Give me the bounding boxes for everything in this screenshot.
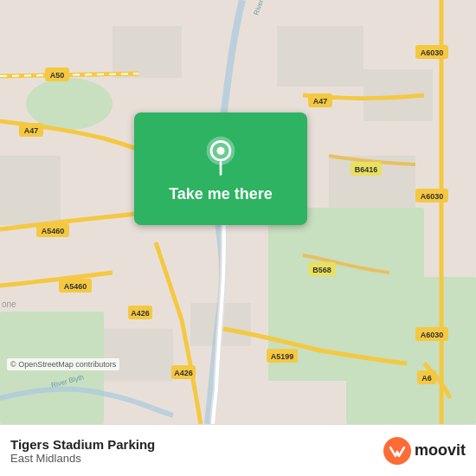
svg-rect-5 xyxy=(113,26,182,78)
svg-text:B568: B568 xyxy=(312,266,331,274)
take-me-there-button[interactable]: Take me there xyxy=(134,113,307,225)
location-name: Tigers Stadium Parking xyxy=(10,437,155,452)
svg-text:A6030: A6030 xyxy=(421,331,444,339)
svg-text:A47: A47 xyxy=(24,126,39,135)
moovit-icon xyxy=(383,437,411,465)
svg-text:A6: A6 xyxy=(421,374,432,383)
svg-text:A426: A426 xyxy=(174,369,193,377)
bottom-bar: Tigers Stadium Parking East Midlands moo… xyxy=(0,424,476,476)
moovit-logo: moovit xyxy=(383,437,466,465)
svg-text:one: one xyxy=(2,299,16,309)
svg-rect-6 xyxy=(277,26,363,87)
button-label: Take me there xyxy=(169,185,273,203)
svg-text:B6416: B6416 xyxy=(355,165,378,174)
svg-rect-10 xyxy=(104,329,173,381)
svg-text:A50: A50 xyxy=(50,71,65,80)
location-info: Tigers Stadium Parking East Midlands xyxy=(10,437,155,465)
location-pin-icon xyxy=(199,135,242,178)
svg-text:A5460: A5460 xyxy=(64,282,87,291)
svg-rect-8 xyxy=(0,156,61,225)
svg-text:A5460: A5460 xyxy=(42,227,65,235)
location-region: East Midlands xyxy=(10,452,155,465)
map-container: A50 A47 A47 A5460 A5460 A426 A426 A5199 … xyxy=(0,0,476,424)
svg-text:A6030: A6030 xyxy=(421,48,444,57)
svg-text:A426: A426 xyxy=(131,309,150,318)
moovit-text: moovit xyxy=(415,441,466,460)
svg-point-4 xyxy=(26,78,113,130)
svg-text:A47: A47 xyxy=(313,97,328,106)
svg-text:A5199: A5199 xyxy=(271,352,294,361)
map-attribution: © OpenStreetMap contributors xyxy=(7,358,119,370)
svg-rect-3 xyxy=(346,277,476,424)
svg-text:A6030: A6030 xyxy=(421,192,444,201)
svg-point-48 xyxy=(216,146,224,154)
